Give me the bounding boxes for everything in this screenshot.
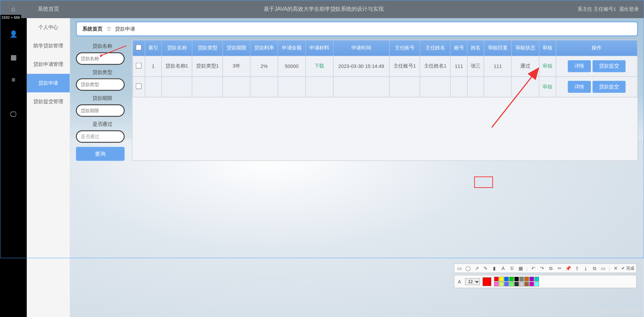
table-header: 申请时间 bbox=[333, 40, 389, 56]
table-cell: 通过 bbox=[512, 56, 539, 76]
tool-undo-icon[interactable]: ↶ bbox=[530, 265, 536, 271]
sidebar-item-personal[interactable]: 个人中心 bbox=[27, 18, 70, 37]
tool-current-color[interactable] bbox=[483, 277, 491, 286]
palette-swatch[interactable] bbox=[499, 282, 504, 286]
logout-link[interactable]: 退出登录 bbox=[619, 6, 639, 12]
download-link[interactable]: 下载 bbox=[314, 63, 324, 69]
detail-button[interactable]: 详情 bbox=[568, 60, 591, 72]
palette-swatch[interactable] bbox=[529, 282, 534, 286]
filter-input-type[interactable] bbox=[76, 78, 125, 91]
sidebar-item-submit-mgmt[interactable]: 贷款提交管理 bbox=[27, 92, 70, 111]
tool-color-palette[interactable] bbox=[494, 277, 539, 286]
palette-swatch[interactable] bbox=[524, 282, 529, 286]
tool-close-icon[interactable]: ✕ bbox=[613, 265, 619, 271]
table-cell: 111 bbox=[451, 56, 467, 76]
filter-label-term: 贷款期限 bbox=[76, 95, 129, 102]
table-cell bbox=[389, 77, 420, 97]
loan-submit-button[interactable]: 贷款提交 bbox=[593, 60, 626, 72]
tool-cut-icon[interactable]: ✂ bbox=[557, 265, 563, 271]
tool-circle-icon[interactable]: ◯ bbox=[465, 265, 471, 271]
table-cell: 主任姓名1 bbox=[420, 56, 451, 76]
tool-ocr-icon[interactable]: ⧉ bbox=[548, 265, 554, 271]
palette-swatch[interactable] bbox=[499, 277, 504, 281]
palette-swatch[interactable] bbox=[519, 282, 524, 286]
table-header: 贷款利率 bbox=[250, 40, 278, 56]
table-cell: 50000 bbox=[278, 56, 305, 76]
palette-swatch[interactable] bbox=[534, 282, 539, 286]
tool-number-icon[interactable]: ① bbox=[509, 265, 515, 271]
tool-rect-icon[interactable]: ▭ bbox=[456, 265, 462, 271]
tool-copy-icon[interactable]: ⧉ bbox=[592, 265, 598, 271]
table-cell bbox=[145, 77, 162, 97]
tool-share-icon[interactable]: ⇪ bbox=[574, 265, 580, 271]
table-cell bbox=[250, 77, 278, 97]
sidebar-item-loan-mgmt[interactable]: 助学贷款管理 bbox=[27, 37, 70, 55]
tool-pin-icon[interactable]: 📌 bbox=[565, 265, 571, 271]
palette-swatch[interactable] bbox=[509, 277, 514, 281]
audit-link[interactable]: 审核 bbox=[542, 63, 552, 69]
monitor-icon[interactable]: 🖵 bbox=[8, 109, 19, 120]
row-checkbox[interactable] bbox=[136, 83, 142, 89]
tool-redo-icon[interactable]: ↷ bbox=[539, 265, 545, 271]
table-header: 申请金额 bbox=[278, 40, 305, 56]
table-cell: 贷款名称1 bbox=[162, 56, 192, 76]
table-cell: 详情贷款提交 bbox=[556, 77, 637, 97]
tool-download-icon[interactable]: ⭳ bbox=[583, 265, 589, 271]
tool-arrow-icon[interactable]: ↗ bbox=[474, 265, 480, 271]
filter-label-pass: 是否通过 bbox=[76, 121, 129, 128]
row-checkbox[interactable] bbox=[136, 63, 142, 69]
filter-select-pass[interactable]: 是否通过 bbox=[76, 130, 125, 143]
table-cell bbox=[162, 77, 192, 97]
tool-text-icon[interactable]: A bbox=[500, 265, 506, 271]
table-cell: 下载 bbox=[305, 56, 333, 76]
table-header: 索引 bbox=[145, 40, 162, 56]
palette-swatch[interactable] bbox=[509, 282, 514, 286]
table-header: 审核 bbox=[539, 40, 556, 56]
audit-link[interactable]: 审核 bbox=[542, 84, 552, 89]
table-cell: 贷款类型1 bbox=[192, 56, 223, 76]
table-row: 1贷款名称1贷款类型13年2%50000下载2023-03-30 15:14:4… bbox=[132, 56, 637, 76]
dimensions-badge: 1920 × 686 bbox=[0, 15, 21, 20]
breadcrumb-current: 贷款申请 bbox=[115, 25, 135, 32]
sidebar-item-loan-apply[interactable]: 贷款申请 bbox=[27, 74, 70, 92]
palette-swatch[interactable] bbox=[529, 277, 534, 281]
palette-swatch[interactable] bbox=[504, 282, 509, 286]
filter-panel: 贷款名称 贷款类型 贷款期限 是否通过 是否通过 查询 bbox=[76, 40, 129, 161]
filter-input-name[interactable] bbox=[76, 52, 125, 65]
table-header: 姓名 bbox=[467, 40, 484, 56]
table-header: 主任姓名 bbox=[420, 40, 451, 56]
detail-button[interactable]: 详情 bbox=[568, 81, 591, 93]
filter-input-term[interactable] bbox=[76, 104, 125, 117]
grid-icon[interactable]: ▦ bbox=[8, 51, 19, 63]
query-button[interactable]: 查询 bbox=[76, 147, 125, 161]
topbar-system-home[interactable]: 系统首页 bbox=[27, 5, 70, 13]
palette-swatch[interactable] bbox=[494, 282, 499, 286]
table-cell bbox=[512, 77, 539, 97]
table-cell bbox=[484, 77, 512, 97]
table-cell: 111 bbox=[484, 56, 512, 76]
tool-pencil-icon[interactable]: ✎ bbox=[483, 265, 489, 271]
loan-submit-button[interactable]: 贷款提交 bbox=[593, 81, 626, 93]
tool-marker-icon[interactable]: ▮ bbox=[491, 265, 497, 271]
home-icon[interactable]: ⌂ bbox=[0, 5, 27, 13]
palette-swatch[interactable] bbox=[494, 277, 499, 281]
table-header: 主任账号 bbox=[389, 40, 420, 56]
palette-swatch[interactable] bbox=[524, 277, 529, 281]
select-all-checkbox[interactable] bbox=[136, 45, 142, 50]
sidebar-item-apply-mgmt[interactable]: 贷款申请管理 bbox=[27, 55, 70, 74]
table-cell: 主任账号1 bbox=[389, 56, 420, 76]
tool-done-button[interactable]: ✔ 完成 bbox=[621, 266, 634, 271]
tool-more-icon[interactable]: ▭ bbox=[600, 265, 606, 271]
user-icon[interactable]: 👤 bbox=[8, 28, 19, 39]
table-cell: 3年 bbox=[223, 56, 250, 76]
palette-swatch[interactable] bbox=[519, 277, 524, 281]
breadcrumb-home[interactable]: 系统首页 bbox=[82, 25, 102, 32]
tool-fontsize-select[interactable]: 12 bbox=[465, 278, 480, 285]
list-icon[interactable]: ≡ bbox=[8, 74, 19, 86]
palette-swatch[interactable] bbox=[514, 282, 519, 286]
table-cell bbox=[305, 77, 333, 97]
palette-swatch[interactable] bbox=[534, 277, 539, 281]
palette-swatch[interactable] bbox=[504, 277, 509, 281]
palette-swatch[interactable] bbox=[514, 277, 519, 281]
tool-blur-icon[interactable]: ▦ bbox=[518, 265, 524, 271]
